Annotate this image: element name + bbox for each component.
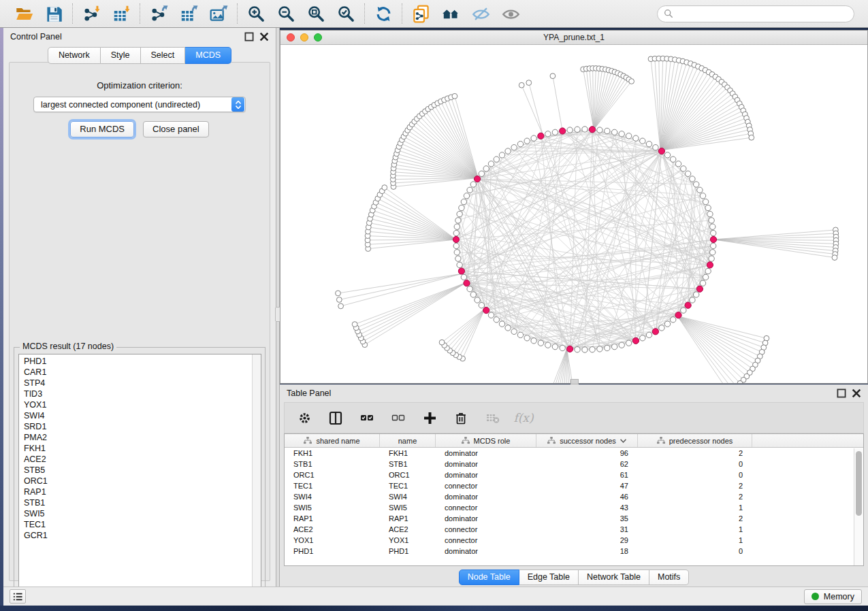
criterion-select[interactable]: largest connected component (undirected)	[33, 97, 246, 112]
cell: TEC1	[380, 480, 436, 491]
list-item[interactable]: PMA2	[19, 432, 252, 443]
table-row[interactable]: PHD1PHD1dominator180	[285, 546, 863, 557]
list-item[interactable]: ACE2	[19, 454, 252, 465]
list-item[interactable]: SRD1	[19, 421, 252, 432]
save-session-icon	[45, 5, 63, 23]
list-item[interactable]: STB5	[19, 465, 252, 476]
list-item[interactable]: CAR1	[19, 367, 252, 378]
deselect-all-button[interactable]	[389, 409, 407, 427]
control-panel: Control Panel NetworkStyleSelectMCDS Opt…	[3, 28, 276, 587]
tab-select[interactable]: Select	[141, 47, 186, 64]
close-panel-button[interactable]: Close panel	[143, 121, 209, 137]
zoom-fit-button[interactable]	[304, 3, 327, 24]
refresh-button[interactable]	[372, 3, 395, 24]
select-all-button[interactable]	[358, 409, 376, 427]
table-row[interactable]: ACE2ACE2connector311	[285, 524, 863, 535]
cell: SWI4	[380, 491, 436, 502]
save-session-button[interactable]	[42, 3, 65, 24]
tab-motifs[interactable]: Motifs	[649, 569, 689, 585]
first-neighbors-icon	[442, 5, 460, 23]
cell: dominator	[436, 448, 536, 459]
list-item[interactable]: SWI4	[19, 410, 252, 421]
tab-network-table[interactable]: Network Table	[579, 569, 649, 585]
list-item[interactable]: ORC1	[19, 476, 252, 486]
list-item[interactable]: RAP1	[19, 486, 252, 497]
zoom-selected-button[interactable]	[334, 3, 357, 24]
search-box[interactable]	[657, 5, 854, 22]
tab-node-table[interactable]: Node Table	[459, 569, 519, 585]
table-row[interactable]: YOX1YOX1connector291	[285, 535, 863, 546]
cell: PHD1	[380, 546, 436, 557]
run-mcds-button[interactable]: Run MCDS	[70, 121, 134, 137]
list-item[interactable]: YOX1	[19, 399, 252, 410]
first-neighbors-button[interactable]	[439, 3, 462, 24]
table-scrollbar[interactable]	[854, 448, 863, 565]
close-panel-icon[interactable]	[259, 32, 269, 42]
import-network-button[interactable]	[80, 3, 103, 24]
list-item[interactable]: TEC1	[19, 519, 252, 530]
network-view[interactable]	[280, 45, 867, 383]
memory-button[interactable]: Memory	[804, 589, 862, 604]
cell: 0	[638, 459, 752, 469]
export-image-button[interactable]	[207, 3, 230, 24]
column-header-successor-nodes[interactable]: successor nodes	[536, 434, 638, 447]
add-column-button[interactable]	[421, 409, 438, 427]
list-item[interactable]: STB1	[19, 497, 252, 508]
close-window-icon[interactable]	[287, 33, 295, 42]
search-input[interactable]	[677, 9, 848, 18]
hide-selected-icon	[472, 5, 490, 23]
table-row[interactable]: ORC1ORC1dominator610	[285, 469, 863, 480]
list-item[interactable]: STP4	[19, 378, 252, 389]
close-table-panel-icon[interactable]	[852, 389, 861, 398]
delete-table-icon	[485, 411, 500, 425]
import-table-button[interactable]	[110, 3, 133, 24]
cell: STB1	[380, 459, 436, 469]
scrollbar-thumb[interactable]	[856, 451, 862, 516]
tab-edge-table[interactable]: Edge Table	[519, 569, 579, 585]
float-table-panel-icon[interactable]	[837, 389, 846, 398]
zoom-out-button[interactable]	[274, 3, 298, 24]
open-session-button[interactable]	[12, 3, 35, 24]
column-layout-button[interactable]	[327, 409, 344, 427]
export-table-icon	[180, 5, 198, 23]
task-history-button[interactable]	[10, 589, 26, 604]
horizontal-splitter-grip[interactable]	[570, 379, 579, 384]
table-row[interactable]: RAP1RAP1dominator352	[285, 513, 863, 524]
tab-style[interactable]: Style	[101, 47, 141, 64]
list-item[interactable]: SWI5	[19, 508, 252, 519]
list-scrollbar[interactable]	[252, 354, 261, 591]
export-network-button[interactable]	[147, 3, 170, 24]
duplicate-network-button[interactable]	[409, 3, 432, 24]
column-header-predecessor-nodes[interactable]: predecessor nodes	[638, 434, 752, 447]
table-row[interactable]: STB1STB1dominator620	[285, 459, 863, 469]
memory-status-icon	[811, 593, 819, 600]
list-item[interactable]: TID3	[19, 389, 252, 399]
table-row[interactable]: TEC1TEC1connector472	[285, 480, 863, 491]
list-item[interactable]: FKH1	[19, 443, 252, 454]
show-all-button[interactable]	[499, 3, 522, 24]
table-panel-title: Table Panel	[287, 389, 331, 398]
delete-column-button[interactable]	[452, 409, 470, 427]
table-type-tabs: Node TableEdge TableNetwork TableMotifs	[280, 569, 868, 585]
hide-selected-button[interactable]	[469, 3, 492, 24]
table-row[interactable]: SWI5SWI5connector431	[285, 502, 863, 513]
table-row[interactable]: SWI4SWI4dominator462	[285, 491, 863, 502]
cell: 0	[638, 469, 752, 480]
tab-mcds[interactable]: MCDS	[185, 47, 231, 64]
tab-network[interactable]: Network	[48, 47, 101, 64]
table-toolbar: f(x)	[284, 402, 864, 433]
minimize-window-icon[interactable]	[300, 33, 308, 42]
column-header-MCDS-role[interactable]: MCDS role	[436, 434, 536, 447]
column-header-shared-name[interactable]: shared name	[285, 434, 380, 447]
table-row[interactable]: FKH1FKH1dominator962	[285, 448, 863, 459]
network-window-titlebar[interactable]: YPA_prune.txt_1	[280, 31, 867, 45]
zoom-in-button[interactable]	[244, 3, 268, 24]
maximize-window-icon[interactable]	[314, 33, 322, 42]
list-item[interactable]: GCR1	[19, 530, 252, 541]
mcds-result-list[interactable]: PHD1CAR1STP4TID3YOX1SWI4SRD1PMA2FKH1ACE2…	[18, 354, 261, 592]
export-table-button[interactable]	[177, 3, 200, 24]
settings-button[interactable]	[295, 409, 313, 427]
float-panel-icon[interactable]	[244, 32, 254, 42]
column-header-name[interactable]: name	[380, 434, 436, 447]
list-item[interactable]: PHD1	[19, 356, 252, 367]
